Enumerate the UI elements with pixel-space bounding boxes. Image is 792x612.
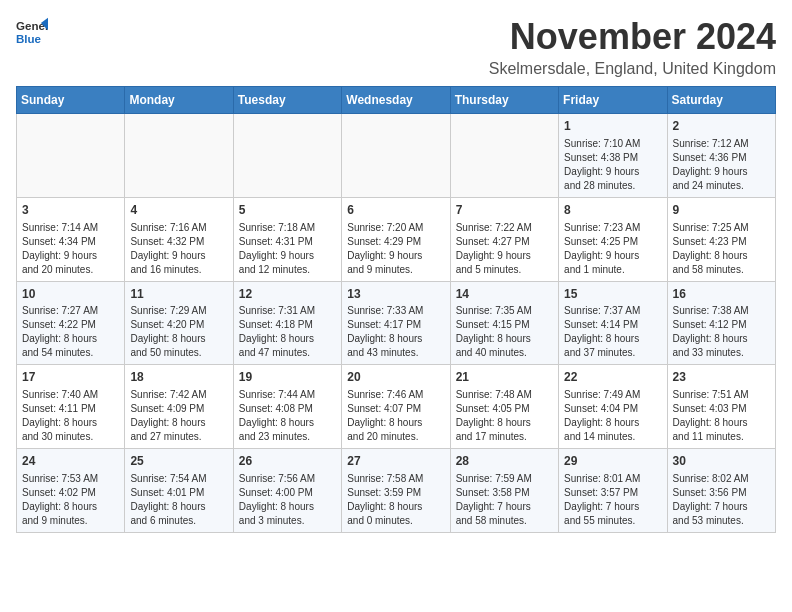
day-info: Sunrise: 7:12 AM Sunset: 4:36 PM Dayligh… <box>673 137 770 193</box>
day-number: 19 <box>239 369 336 386</box>
day-info: Sunrise: 7:10 AM Sunset: 4:38 PM Dayligh… <box>564 137 661 193</box>
calendar-header-sunday: Sunday <box>17 87 125 114</box>
day-number: 2 <box>673 118 770 135</box>
calendar-cell: 13Sunrise: 7:33 AM Sunset: 4:17 PM Dayli… <box>342 281 450 365</box>
day-number: 16 <box>673 286 770 303</box>
calendar-cell: 19Sunrise: 7:44 AM Sunset: 4:08 PM Dayli… <box>233 365 341 449</box>
day-number: 27 <box>347 453 444 470</box>
day-number: 28 <box>456 453 553 470</box>
day-info: Sunrise: 7:48 AM Sunset: 4:05 PM Dayligh… <box>456 388 553 444</box>
calendar-cell: 14Sunrise: 7:35 AM Sunset: 4:15 PM Dayli… <box>450 281 558 365</box>
day-number: 6 <box>347 202 444 219</box>
day-info: Sunrise: 7:56 AM Sunset: 4:00 PM Dayligh… <box>239 472 336 528</box>
calendar-cell: 1Sunrise: 7:10 AM Sunset: 4:38 PM Daylig… <box>559 114 667 198</box>
svg-text:Blue: Blue <box>16 33 42 45</box>
day-info: Sunrise: 7:31 AM Sunset: 4:18 PM Dayligh… <box>239 304 336 360</box>
calendar-cell: 16Sunrise: 7:38 AM Sunset: 4:12 PM Dayli… <box>667 281 775 365</box>
logo-icon: General Blue <box>16 16 48 48</box>
calendar-cell: 20Sunrise: 7:46 AM Sunset: 4:07 PM Dayli… <box>342 365 450 449</box>
day-info: Sunrise: 7:46 AM Sunset: 4:07 PM Dayligh… <box>347 388 444 444</box>
day-number: 25 <box>130 453 227 470</box>
calendar-table: SundayMondayTuesdayWednesdayThursdayFrid… <box>16 86 776 533</box>
calendar-cell: 30Sunrise: 8:02 AM Sunset: 3:56 PM Dayli… <box>667 449 775 533</box>
calendar-cell <box>233 114 341 198</box>
calendar-cell: 29Sunrise: 8:01 AM Sunset: 3:57 PM Dayli… <box>559 449 667 533</box>
day-info: Sunrise: 7:20 AM Sunset: 4:29 PM Dayligh… <box>347 221 444 277</box>
location-title: Skelmersdale, England, United Kingdom <box>489 60 776 78</box>
day-info: Sunrise: 7:23 AM Sunset: 4:25 PM Dayligh… <box>564 221 661 277</box>
calendar-week-5: 24Sunrise: 7:53 AM Sunset: 4:02 PM Dayli… <box>17 449 776 533</box>
calendar-cell: 18Sunrise: 7:42 AM Sunset: 4:09 PM Dayli… <box>125 365 233 449</box>
calendar-cell <box>450 114 558 198</box>
day-info: Sunrise: 7:40 AM Sunset: 4:11 PM Dayligh… <box>22 388 119 444</box>
day-number: 12 <box>239 286 336 303</box>
day-info: Sunrise: 7:54 AM Sunset: 4:01 PM Dayligh… <box>130 472 227 528</box>
calendar-cell <box>17 114 125 198</box>
day-number: 4 <box>130 202 227 219</box>
day-info: Sunrise: 7:33 AM Sunset: 4:17 PM Dayligh… <box>347 304 444 360</box>
day-info: Sunrise: 7:44 AM Sunset: 4:08 PM Dayligh… <box>239 388 336 444</box>
day-info: Sunrise: 7:18 AM Sunset: 4:31 PM Dayligh… <box>239 221 336 277</box>
day-info: Sunrise: 7:49 AM Sunset: 4:04 PM Dayligh… <box>564 388 661 444</box>
day-number: 3 <box>22 202 119 219</box>
day-info: Sunrise: 7:16 AM Sunset: 4:32 PM Dayligh… <box>130 221 227 277</box>
month-title: November 2024 <box>489 16 776 58</box>
day-number: 18 <box>130 369 227 386</box>
day-info: Sunrise: 7:51 AM Sunset: 4:03 PM Dayligh… <box>673 388 770 444</box>
day-number: 30 <box>673 453 770 470</box>
calendar-header-monday: Monday <box>125 87 233 114</box>
day-number: 8 <box>564 202 661 219</box>
day-info: Sunrise: 7:42 AM Sunset: 4:09 PM Dayligh… <box>130 388 227 444</box>
calendar-cell: 4Sunrise: 7:16 AM Sunset: 4:32 PM Daylig… <box>125 197 233 281</box>
calendar-cell: 28Sunrise: 7:59 AM Sunset: 3:58 PM Dayli… <box>450 449 558 533</box>
day-number: 9 <box>673 202 770 219</box>
calendar-cell <box>342 114 450 198</box>
day-info: Sunrise: 7:38 AM Sunset: 4:12 PM Dayligh… <box>673 304 770 360</box>
calendar-header-thursday: Thursday <box>450 87 558 114</box>
day-number: 21 <box>456 369 553 386</box>
calendar-cell: 17Sunrise: 7:40 AM Sunset: 4:11 PM Dayli… <box>17 365 125 449</box>
day-info: Sunrise: 8:01 AM Sunset: 3:57 PM Dayligh… <box>564 472 661 528</box>
calendar-header-friday: Friday <box>559 87 667 114</box>
day-info: Sunrise: 7:37 AM Sunset: 4:14 PM Dayligh… <box>564 304 661 360</box>
day-info: Sunrise: 7:22 AM Sunset: 4:27 PM Dayligh… <box>456 221 553 277</box>
day-number: 13 <box>347 286 444 303</box>
calendar-cell: 11Sunrise: 7:29 AM Sunset: 4:20 PM Dayli… <box>125 281 233 365</box>
calendar-cell: 26Sunrise: 7:56 AM Sunset: 4:00 PM Dayli… <box>233 449 341 533</box>
day-number: 20 <box>347 369 444 386</box>
calendar-cell: 12Sunrise: 7:31 AM Sunset: 4:18 PM Dayli… <box>233 281 341 365</box>
calendar-header-saturday: Saturday <box>667 87 775 114</box>
calendar-cell: 7Sunrise: 7:22 AM Sunset: 4:27 PM Daylig… <box>450 197 558 281</box>
calendar-header-row: SundayMondayTuesdayWednesdayThursdayFrid… <box>17 87 776 114</box>
day-info: Sunrise: 7:27 AM Sunset: 4:22 PM Dayligh… <box>22 304 119 360</box>
day-number: 26 <box>239 453 336 470</box>
day-info: Sunrise: 7:35 AM Sunset: 4:15 PM Dayligh… <box>456 304 553 360</box>
calendar-cell: 15Sunrise: 7:37 AM Sunset: 4:14 PM Dayli… <box>559 281 667 365</box>
calendar-cell: 25Sunrise: 7:54 AM Sunset: 4:01 PM Dayli… <box>125 449 233 533</box>
day-number: 22 <box>564 369 661 386</box>
calendar-cell: 27Sunrise: 7:58 AM Sunset: 3:59 PM Dayli… <box>342 449 450 533</box>
header: General Blue November 2024 Skelmersdale,… <box>16 16 776 78</box>
calendar-cell <box>125 114 233 198</box>
day-info: Sunrise: 8:02 AM Sunset: 3:56 PM Dayligh… <box>673 472 770 528</box>
day-info: Sunrise: 7:58 AM Sunset: 3:59 PM Dayligh… <box>347 472 444 528</box>
day-number: 24 <box>22 453 119 470</box>
day-number: 17 <box>22 369 119 386</box>
calendar-cell: 10Sunrise: 7:27 AM Sunset: 4:22 PM Dayli… <box>17 281 125 365</box>
calendar-header-tuesday: Tuesday <box>233 87 341 114</box>
calendar-cell: 21Sunrise: 7:48 AM Sunset: 4:05 PM Dayli… <box>450 365 558 449</box>
day-info: Sunrise: 7:53 AM Sunset: 4:02 PM Dayligh… <box>22 472 119 528</box>
day-info: Sunrise: 7:14 AM Sunset: 4:34 PM Dayligh… <box>22 221 119 277</box>
calendar-cell: 2Sunrise: 7:12 AM Sunset: 4:36 PM Daylig… <box>667 114 775 198</box>
day-number: 10 <box>22 286 119 303</box>
calendar-week-3: 10Sunrise: 7:27 AM Sunset: 4:22 PM Dayli… <box>17 281 776 365</box>
calendar-cell: 23Sunrise: 7:51 AM Sunset: 4:03 PM Dayli… <box>667 365 775 449</box>
day-info: Sunrise: 7:25 AM Sunset: 4:23 PM Dayligh… <box>673 221 770 277</box>
calendar-cell: 24Sunrise: 7:53 AM Sunset: 4:02 PM Dayli… <box>17 449 125 533</box>
day-number: 1 <box>564 118 661 135</box>
day-number: 11 <box>130 286 227 303</box>
logo: General Blue <box>16 16 48 48</box>
calendar-cell: 8Sunrise: 7:23 AM Sunset: 4:25 PM Daylig… <box>559 197 667 281</box>
calendar-week-1: 1Sunrise: 7:10 AM Sunset: 4:38 PM Daylig… <box>17 114 776 198</box>
day-number: 5 <box>239 202 336 219</box>
